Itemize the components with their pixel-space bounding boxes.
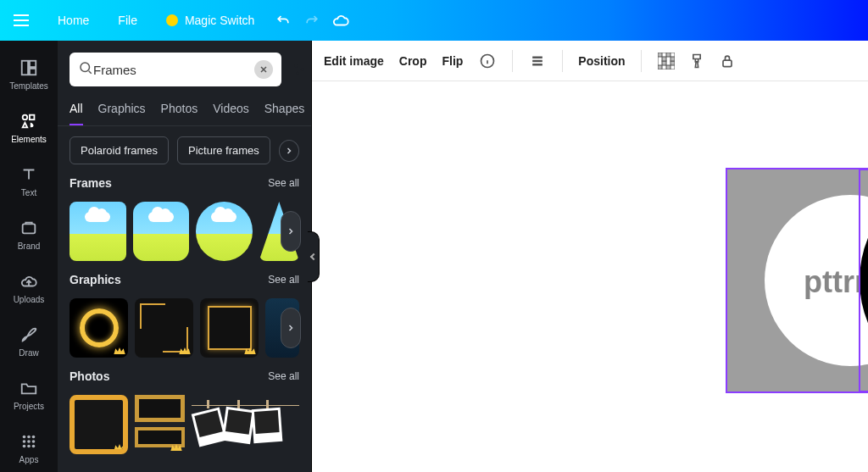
rail-label: Templates [9, 81, 48, 91]
svg-rect-25 [662, 57, 666, 61]
lock-icon[interactable] [718, 52, 737, 70]
svg-rect-23 [662, 61, 666, 65]
frame-circle[interactable] [196, 202, 253, 261]
photo-polaroid-line[interactable] [192, 395, 299, 454]
draw-icon [19, 325, 39, 345]
see-all-photos[interactable]: See all [268, 370, 299, 382]
svg-rect-2 [30, 69, 36, 75]
svg-point-17 [301, 68, 304, 71]
graphics-row [70, 298, 299, 358]
svg-point-13 [27, 445, 31, 448]
rail-apps[interactable]: Apps [0, 425, 58, 471]
section-graphics-title: Graphics [70, 273, 121, 286]
svg-point-14 [32, 445, 36, 448]
photo-double-frame[interactable] [135, 395, 185, 454]
menu-home[interactable]: Home [46, 7, 101, 34]
photo-gold-frame[interactable] [70, 395, 128, 454]
rail-uploads[interactable]: Uploads [0, 264, 58, 311]
brand-icon [19, 218, 39, 238]
svg-rect-24 [670, 61, 675, 65]
svg-point-10 [27, 440, 31, 443]
redo-icon[interactable] [300, 8, 324, 32]
rail-text[interactable]: Text [0, 158, 58, 204]
menu-magic-switch[interactable]: Magic Switch [154, 7, 266, 34]
section-frames-title: Frames [70, 176, 112, 190]
cloud-sync-icon[interactable] [329, 8, 353, 32]
search-input[interactable] [93, 63, 254, 77]
tab-photos[interactable]: Photos [161, 98, 198, 125]
rail-elements[interactable]: Elements [0, 104, 58, 151]
svg-point-9 [23, 440, 26, 443]
edit-image-button[interactable]: Edit image [324, 54, 384, 68]
frame-square[interactable] [70, 202, 126, 261]
text-icon [19, 164, 39, 185]
svg-point-11 [32, 440, 36, 443]
position-button[interactable]: Position [578, 54, 625, 68]
clear-search-button[interactable] [254, 60, 273, 79]
tab-videos[interactable]: Videos [213, 98, 249, 125]
svg-rect-5 [23, 224, 36, 233]
frame-rounded[interactable] [133, 202, 190, 261]
pill-polaroid-frames[interactable]: Polaroid frames [70, 136, 169, 164]
artboard[interactable]: pttrns [727, 169, 868, 391]
rail-label: Draw [19, 348, 38, 358]
svg-point-6 [23, 436, 26, 439]
undo-icon[interactable] [271, 8, 295, 32]
crop-button[interactable]: Crop [399, 54, 427, 68]
graphic-gold-square[interactable] [200, 298, 259, 358]
menu-file[interactable]: File [106, 7, 149, 34]
crown-icon [113, 442, 126, 453]
section-photos-title: Photos [70, 369, 109, 383]
svg-point-12 [23, 445, 26, 448]
frames-next-button[interactable] [281, 211, 301, 252]
pill-picture-frames[interactable]: Picture frames [177, 136, 270, 164]
canvas-stage[interactable]: pttrns pttrns [312, 81, 868, 472]
rail-projects[interactable]: Projects [0, 371, 58, 418]
hamburger-icon[interactable] [14, 10, 34, 31]
search-icon [78, 60, 93, 79]
graphics-next-button[interactable] [281, 308, 301, 348]
rail-label: Apps [19, 455, 39, 464]
pills-next-button[interactable] [279, 140, 299, 162]
projects-icon [19, 378, 39, 398]
svg-point-3 [23, 115, 28, 120]
see-all-graphics[interactable]: See all [268, 274, 299, 286]
tab-graphics[interactable]: Graphics [98, 98, 146, 125]
see-all-frames[interactable]: See all [268, 177, 299, 189]
rail-label: Projects [14, 402, 44, 411]
svg-rect-22 [666, 53, 670, 57]
svg-point-16 [295, 64, 298, 68]
tab-shapes[interactable]: Shapes [264, 98, 304, 125]
svg-rect-1 [30, 61, 36, 67]
tab-all[interactable]: All [70, 98, 83, 125]
search-settings-button[interactable] [290, 58, 309, 81]
graphic-gold-ring[interactable] [70, 298, 128, 358]
canvas-area: Edit image Crop Flip Position [312, 41, 868, 472]
uploads-icon [19, 271, 39, 292]
svg-rect-27 [658, 65, 662, 69]
svg-rect-4 [30, 115, 34, 120]
svg-rect-26 [670, 57, 675, 61]
rail-templates[interactable]: Templates [0, 51, 58, 97]
crown-icon [178, 346, 192, 356]
frames-row [70, 202, 299, 261]
svg-rect-28 [666, 65, 670, 69]
svg-rect-29 [723, 60, 732, 67]
rail-brand[interactable]: Brand [0, 211, 58, 258]
svg-rect-0 [22, 61, 28, 75]
rail-label: Uploads [14, 295, 45, 304]
flip-button[interactable]: Flip [442, 54, 463, 68]
list-icon[interactable] [528, 52, 547, 70]
rail-label: Text [21, 188, 36, 197]
elements-panel: All Graphics Photos Videos Shapes Polaro… [58, 41, 312, 472]
info-icon[interactable] [478, 52, 497, 70]
graphic-corner-frame[interactable] [135, 298, 193, 358]
search-box[interactable] [70, 53, 281, 86]
rail-draw[interactable]: Draw [0, 318, 58, 364]
copy-style-icon[interactable] [687, 52, 706, 70]
suggestion-pills: Polaroid frames Picture frames [70, 136, 299, 164]
photos-row [70, 395, 299, 454]
svg-rect-21 [658, 53, 662, 57]
templates-icon [19, 58, 39, 78]
transparency-icon[interactable] [657, 52, 676, 70]
